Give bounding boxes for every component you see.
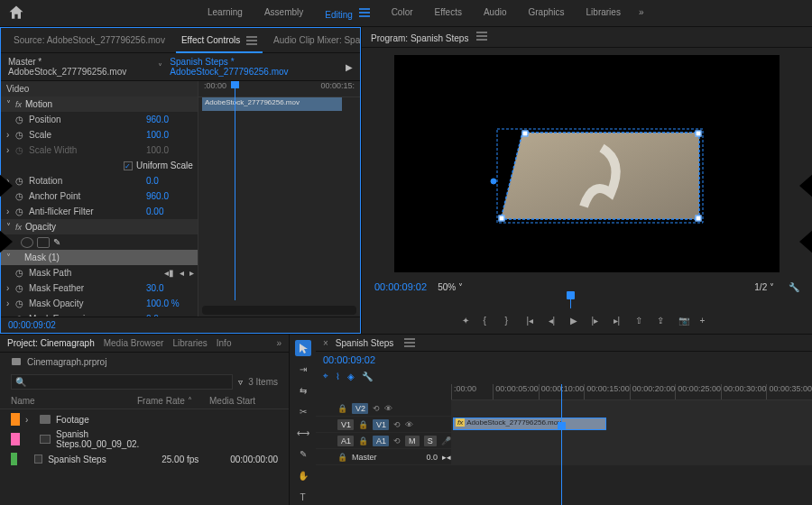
svg-rect-0	[359, 8, 370, 10]
track-v2[interactable]: 🔒 V2 ⟲ 👁	[316, 400, 812, 417]
pen-tool-icon[interactable]: ✎	[295, 446, 311, 463]
ws-learning[interactable]: Learning	[197, 0, 254, 27]
program-viewer[interactable]	[394, 55, 780, 272]
chevron-right-icon[interactable]: ▸◂	[442, 453, 451, 462]
track-forward-icon[interactable]: ▸	[189, 268, 194, 278]
track-master[interactable]: 🔒 Master 0.0 ▸◂	[316, 449, 812, 465]
razor-tool-icon[interactable]: ✂	[295, 404, 311, 420]
bin-icon	[40, 415, 51, 424]
project-search-input[interactable]	[11, 374, 233, 390]
ws-audio[interactable]: Audio	[473, 0, 518, 27]
settings-icon[interactable]: 🔧	[789, 282, 799, 292]
mask-pen-icon[interactable]: ✎	[53, 237, 66, 248]
track-back-icon[interactable]: ◂	[180, 268, 184, 278]
mark-in-icon[interactable]: {	[484, 316, 496, 328]
mask-shape-overlay[interactable]	[494, 125, 706, 226]
program-title: Program: Spanish Steps	[362, 27, 812, 48]
svg-rect-12	[12, 358, 21, 365]
slip-tool-icon[interactable]: ⟷	[295, 426, 311, 442]
project-panel: Project: Cinemagraph Media Browser Libra…	[0, 334, 289, 505]
panel-overflow-icon[interactable]: »	[276, 338, 281, 348]
eye-icon[interactable]: 👁	[384, 404, 392, 413]
timeline-settings-icon[interactable]: 🔧	[362, 372, 373, 381]
snap-icon[interactable]: ⌖	[323, 371, 328, 381]
project-columns-header[interactable]: Name Frame Rate ˄ Media Start	[0, 393, 289, 409]
item-count-label: 3 Items	[248, 377, 278, 387]
type-tool-icon[interactable]: T	[295, 489, 311, 505]
export-frame-icon[interactable]: 📷	[678, 316, 691, 328]
ec-scrollbar[interactable]	[202, 306, 356, 315]
mask-ellipse-icon[interactable]	[21, 237, 33, 248]
ws-libraries[interactable]: Libraries	[576, 0, 632, 27]
timeline-ruler[interactable]: :00:00 00:00:05:00 00:00:10:00 00:00:15:…	[451, 384, 812, 400]
svg-rect-6	[476, 32, 487, 33]
stopwatch-icon[interactable]: ◷	[15, 115, 26, 124]
timeline-tools: ⇥ ⇆ ✂ ⟷ ✎ ✋ T	[289, 334, 316, 505]
svg-marker-9	[501, 133, 699, 219]
linked-selection-icon[interactable]: ⌇	[336, 372, 340, 381]
home-icon[interactable]	[7, 4, 25, 23]
tab-effect-controls[interactable]: Effect Controls	[176, 32, 263, 53]
svg-rect-3	[246, 36, 257, 38]
project-item-bin[interactable]: › Footage	[11, 411, 278, 427]
timeline-clip[interactable]: fxAdobeStock_277796256.mov	[453, 418, 606, 430]
program-playhead[interactable]	[570, 296, 571, 308]
timeline-panel: × Spanish Steps 00:00:09:02 ⌖ ⌇ ◈ 🔧 :00:…	[316, 334, 812, 505]
lock-icon[interactable]: 🔒	[337, 404, 347, 413]
tab-source[interactable]: Source: AdobeStock_277796256.mov	[8, 32, 171, 49]
ws-overflow-icon[interactable]: »	[632, 0, 651, 27]
uniform-scale-checkbox[interactable]	[124, 161, 133, 170]
selection-tool-icon[interactable]	[295, 340, 311, 356]
carousel-next-icon	[799, 173, 812, 198]
effect-controls-timeline[interactable]: :00:00 00:00:15: AdobeStock_277796256.mo…	[198, 81, 360, 317]
program-transport: ✦ { } |◂ ◂| ▶ |▸ ▸| ⇧ ⇪ 📷 +	[362, 310, 812, 334]
add-marker-icon[interactable]: ✦	[462, 316, 475, 328]
tab-libraries[interactable]: Libraries	[172, 338, 207, 348]
zoom-select[interactable]: 50% ˅	[434, 282, 466, 292]
step-forward-icon[interactable]: |▸	[592, 316, 604, 328]
tab-info[interactable]: Info	[217, 338, 232, 348]
ripple-edit-tool-icon[interactable]: ⇆	[295, 382, 311, 399]
timeline-timecode[interactable]: 00:00:09:02	[323, 354, 375, 365]
track-select-tool-icon[interactable]: ⇥	[295, 362, 311, 378]
ws-graphics[interactable]: Graphics	[518, 0, 576, 27]
program-timecode[interactable]: 00:00:09:02	[374, 281, 427, 292]
carousel-prev-icon	[0, 229, 13, 254]
track-reverse-icon[interactable]: ◂▮	[164, 268, 174, 278]
svg-rect-1	[359, 12, 370, 14]
effect-controls-panel: Source: AdobeStock_277796256.mov Effect …	[0, 27, 361, 334]
lift-icon[interactable]: ⇧	[635, 316, 648, 328]
resolution-select[interactable]: 1/2 ˅	[754, 282, 774, 292]
ws-color[interactable]: Color	[381, 0, 424, 27]
sequence-tab[interactable]: Spanish Steps	[336, 338, 394, 348]
ws-effects[interactable]: Effects	[424, 0, 473, 27]
filter-icon[interactable]: ▿	[238, 377, 243, 387]
mark-out-icon[interactable]: }	[505, 316, 518, 328]
track-a1[interactable]: A1 🔒 A1 ⟲ M S 🎤	[316, 433, 812, 449]
ws-assembly[interactable]: Assembly	[254, 0, 314, 27]
project-item-still[interactable]: Spanish Steps.00_00_09_02.	[11, 427, 278, 451]
program-time-ruler[interactable]	[374, 296, 799, 308]
marker-icon[interactable]: ◈	[347, 372, 355, 381]
svg-rect-15	[404, 345, 415, 347]
effect-controls-timecode[interactable]: 00:00:09:02	[1, 317, 360, 333]
svg-rect-4	[246, 40, 257, 41]
mic-icon[interactable]: 🎤	[441, 436, 451, 445]
hand-tool-icon[interactable]: ✋	[295, 468, 311, 484]
tab-media-browser[interactable]: Media Browser	[104, 338, 164, 348]
project-item-sequence[interactable]: Spanish Steps 25.00 fps 00:00:00:00	[11, 451, 278, 467]
step-back-icon[interactable]: ◂|	[549, 316, 561, 328]
ec-clip-bar[interactable]: AdobeStock_277796256.mov	[202, 97, 342, 111]
tab-project[interactable]: Project: Cinemagraph	[7, 338, 95, 348]
mask-rectangle-icon[interactable]	[37, 237, 50, 248]
workspace-tabs: Learning Assembly Editing Color Effects …	[197, 0, 651, 27]
button-editor-icon[interactable]: +	[700, 316, 713, 328]
play-icon[interactable]: ▶	[570, 316, 583, 328]
go-to-out-icon[interactable]: ▸|	[614, 316, 626, 328]
go-to-in-icon[interactable]: |◂	[527, 316, 540, 328]
svg-rect-8	[476, 39, 487, 41]
ec-playhead[interactable]	[235, 81, 235, 300]
extract-icon[interactable]: ⇪	[657, 316, 669, 328]
sync-lock-icon[interactable]: ⟲	[373, 404, 380, 413]
ws-editing[interactable]: Editing	[314, 0, 380, 29]
